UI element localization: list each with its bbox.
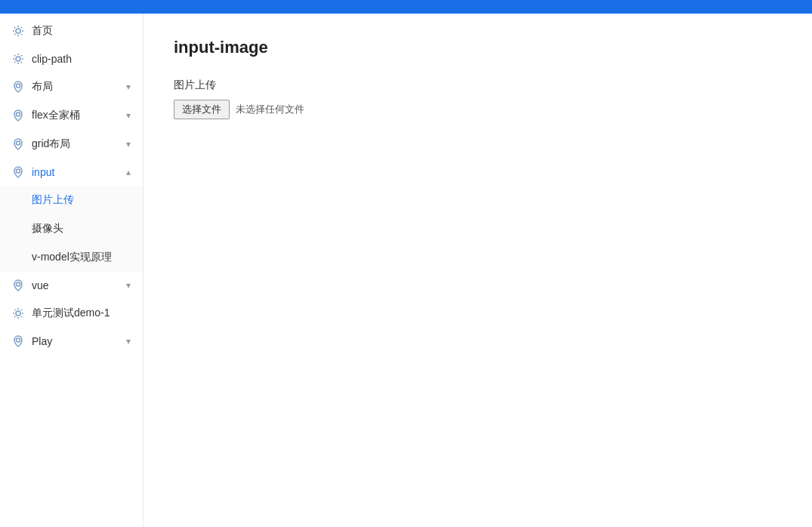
location-icon-layout <box>12 81 24 93</box>
sidebar-item-layout-label: 布局 <box>32 80 53 94</box>
sidebar-item-image-upload[interactable]: 图片上传 <box>0 186 143 214</box>
svg-point-5 <box>17 169 20 173</box>
chevron-down-icon-grid: ▾ <box>126 139 131 149</box>
main-content: input-image 图片上传 选择文件 未选择任何文件 <box>144 14 812 527</box>
input-sub-items: 图片上传 摄像头 v-model实现原理 <box>0 186 143 272</box>
chevron-down-icon-play: ▾ <box>126 336 131 347</box>
file-upload-row: 选择文件 未选择任何文件 <box>174 100 782 119</box>
sidebar: 首页 clip-path 布局 ▾ flex全家桶 <box>0 14 144 527</box>
top-bar <box>0 0 812 14</box>
chevron-down-icon-layout: ▾ <box>126 82 131 92</box>
sidebar-item-vue[interactable]: vue ▾ <box>0 272 143 299</box>
location-icon-grid <box>12 138 24 150</box>
sidebar-item-camera[interactable]: 摄像头 <box>0 214 143 243</box>
svg-point-8 <box>17 338 20 342</box>
sidebar-item-input-label: input <box>32 166 54 178</box>
sidebar-item-v-model-label: v-model实现原理 <box>32 251 112 264</box>
top-bar-inner <box>6 0 812 14</box>
location-icon-vue <box>12 279 24 291</box>
sidebar-item-flex-label: flex全家桶 <box>32 109 80 122</box>
sidebar-item-play[interactable]: Play ▾ <box>0 328 143 355</box>
chevron-down-icon-vue: ▾ <box>126 280 131 291</box>
chevron-down-icon-flex: ▾ <box>126 110 131 121</box>
gear-icon-unit-test <box>12 307 24 319</box>
sidebar-item-clip-path-label: clip-path <box>32 53 72 65</box>
main-layout: 首页 clip-path 布局 ▾ flex全家桶 <box>0 14 812 527</box>
page-title: input-image <box>174 38 782 57</box>
location-icon-flex <box>12 109 24 122</box>
sidebar-item-unit-test-label: 单元测试demo-1 <box>32 307 110 320</box>
svg-point-4 <box>17 141 20 145</box>
sidebar-item-clip-path[interactable]: clip-path <box>0 45 143 72</box>
location-icon-play <box>12 335 24 347</box>
svg-point-7 <box>16 311 20 316</box>
svg-point-1 <box>16 57 20 61</box>
svg-point-3 <box>17 112 20 116</box>
sidebar-item-home-label: 首页 <box>32 24 53 38</box>
svg-point-2 <box>17 84 20 88</box>
sidebar-item-play-label: Play <box>32 335 52 347</box>
choose-file-button[interactable]: 选择文件 <box>174 100 230 119</box>
sidebar-item-unit-test[interactable]: 单元测试demo-1 <box>0 299 143 328</box>
sidebar-item-flex[interactable]: flex全家桶 ▾ <box>0 101 143 130</box>
sidebar-item-grid[interactable]: grid布局 ▾ <box>0 130 143 159</box>
sidebar-item-input[interactable]: input ▴ <box>0 159 143 186</box>
no-file-text: 未选择任何文件 <box>236 103 304 116</box>
sidebar-item-camera-label: 摄像头 <box>32 222 63 236</box>
sidebar-item-layout[interactable]: 布局 ▾ <box>0 72 143 101</box>
sidebar-item-vue-label: vue <box>32 279 49 291</box>
chevron-up-icon-input: ▴ <box>126 167 131 177</box>
gear-icon-clip <box>12 53 24 65</box>
sidebar-item-v-model[interactable]: v-model实现原理 <box>0 243 143 272</box>
location-icon-input <box>12 166 24 178</box>
sidebar-item-grid-label: grid布局 <box>32 137 70 151</box>
svg-point-0 <box>16 29 20 33</box>
sidebar-item-home[interactable]: 首页 <box>0 17 143 45</box>
gear-icon <box>12 25 24 37</box>
svg-point-6 <box>17 282 20 286</box>
upload-section-label: 图片上传 <box>174 79 782 92</box>
sidebar-item-image-upload-label: 图片上传 <box>32 193 74 207</box>
